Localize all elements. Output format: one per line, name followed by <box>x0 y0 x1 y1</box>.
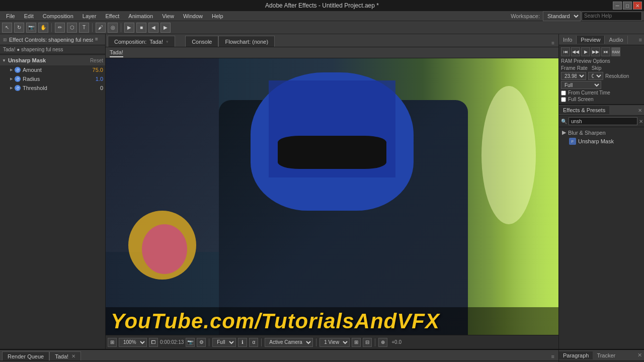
tool-clone[interactable]: ◎ <box>108 23 118 33</box>
menu-bar: File Edit Composition Layer Effect Anima… <box>0 11 644 21</box>
tool-pan[interactable]: ✋ <box>38 23 48 33</box>
effect-name: Unsharp Mask <box>8 57 88 63</box>
unsharp-mask-label: Unsharp Mask <box>578 138 614 144</box>
workspace-dropdown[interactable]: Standard <box>543 11 581 21</box>
prop-radius-value[interactable]: 1.0 <box>96 76 103 82</box>
bottom-right-tabs: Paragraph Tracker ✕ <box>559 350 644 361</box>
vp-toggle-btn[interactable]: ⧠ <box>149 338 158 347</box>
vp-grid-btn[interactable]: ⊞ <box>108 338 117 347</box>
prev-next-frame[interactable]: ▶▶ <box>591 47 600 56</box>
reset-button[interactable]: Reset <box>90 58 103 63</box>
prop-amount-value[interactable]: 75.0 <box>93 67 103 73</box>
menu-effect[interactable]: Effect <box>101 12 123 20</box>
render-queue-tab[interactable]: Render Queue <box>2 351 49 360</box>
timeline-panel-menu[interactable]: ≡ <box>549 352 556 360</box>
menu-file[interactable]: File <box>2 12 19 20</box>
skip-dropdown[interactable]: 0 <box>588 72 603 80</box>
maximize-button[interactable]: □ <box>623 2 632 10</box>
tool-select[interactable]: ↖ <box>2 23 12 33</box>
panel-menu-button[interactable]: ≡ <box>95 36 102 43</box>
tool-paint[interactable]: 🖌 <box>96 23 106 33</box>
vp-alpha-btn[interactable]: α <box>249 338 258 347</box>
menu-layer[interactable]: Layer <box>78 12 101 20</box>
sep1 <box>51 23 52 32</box>
tool-mask[interactable]: ⬡ <box>67 23 77 33</box>
view-dropdown[interactable]: 1 View <box>319 338 350 347</box>
full-screen-row: Full Screen <box>561 97 642 102</box>
ram-preview-options[interactable]: RAM Preview Options <box>561 58 642 64</box>
full-screen-checkbox[interactable] <box>561 97 566 102</box>
workspace-label: Workspace: <box>511 13 540 19</box>
sub-tab-tada[interactable]: Tada! <box>110 48 123 57</box>
unsharp-mask-item[interactable]: F Unsharp Mask <box>559 137 644 146</box>
vp-cam-btn[interactable]: 📷 <box>186 338 195 347</box>
tool-rotate[interactable]: ↻ <box>14 23 24 33</box>
main-area: ⊞ Effect Controls: shapening ful ness ≡ … <box>0 34 644 349</box>
menu-composition[interactable]: Composition <box>39 12 77 20</box>
paragraph-tab[interactable]: Paragraph <box>559 351 593 359</box>
camera-dropdown[interactable]: Active Camera <box>265 338 313 347</box>
menu-animation[interactable]: Animation <box>124 12 157 20</box>
tada-timeline-tab[interactable]: Tada! ✕ <box>49 351 81 360</box>
comp-panel-menu[interactable]: ≡ <box>549 39 556 47</box>
tab-info[interactable]: Info <box>559 36 577 44</box>
vp-layout2-btn[interactable]: ⊟ <box>363 338 372 347</box>
effect-header[interactable]: ▼ Unsharp Mask Reset <box>0 55 105 65</box>
tool-camera[interactable]: 📷 <box>26 23 36 33</box>
menu-edit[interactable]: Edit <box>20 12 38 20</box>
tab-audio[interactable]: Audio <box>605 36 627 44</box>
bottom-right-menu[interactable]: ✕ <box>635 351 644 359</box>
menu-window[interactable]: Window <box>179 12 207 20</box>
menu-view[interactable]: View <box>158 12 178 20</box>
comp-tab-console[interactable]: Console <box>185 36 218 47</box>
effects-panel-close[interactable]: ✕ <box>636 107 644 114</box>
tab-preview[interactable]: Preview <box>577 36 605 44</box>
prop-expand-icon: ▶ <box>10 68 13 72</box>
property-amount[interactable]: ▶ ⏱ Amount 75.0 <box>0 65 105 74</box>
vp-layout-btn[interactable]: ⊞ <box>352 338 361 347</box>
step-fwd[interactable]: ▶ <box>160 23 171 33</box>
stopwatch-icon-2: ⏱ <box>15 76 21 82</box>
from-current-label: From Current Time <box>568 90 610 96</box>
minimize-button[interactable]: ─ <box>613 2 622 10</box>
comp-tab-flowchart[interactable]: Flowchart: (none) <box>218 36 275 47</box>
right-panel-menu[interactable]: ≡ <box>637 36 644 44</box>
bottom-area: Render Queue Tada! ✕ ≡ 0:00:02:13 0001 (… <box>0 349 644 362</box>
play-btn[interactable]: ▶ <box>124 23 134 33</box>
stop-btn[interactable]: ■ <box>136 23 146 33</box>
prev-ram[interactable]: RAM <box>611 47 620 56</box>
vp-opt-btn[interactable]: ⚙ <box>197 338 206 347</box>
effects-presets-tab[interactable]: Effects & Presets <box>559 106 609 114</box>
close-button[interactable]: ✕ <box>633 2 642 10</box>
effect-controls-title: Effect Controls: shapening ful ness <box>9 37 93 43</box>
blur-sharpen-category[interactable]: ▶ Blur & Sharpen <box>559 128 644 137</box>
vp-snap-btn[interactable]: ⊕ <box>378 338 387 347</box>
prev-last-frame[interactable]: ⏭ <box>601 47 610 56</box>
property-radius[interactable]: ▶ ⏱ Radius 1.0 <box>0 74 105 83</box>
effects-search-input[interactable] <box>569 117 637 125</box>
property-threshold[interactable]: ▶ ⏱ Threshold 0 <box>0 83 105 93</box>
search-clear-button[interactable]: ✕ <box>639 119 643 124</box>
prev-prev-frame[interactable]: ◀◀ <box>571 47 580 56</box>
from-current-checkbox[interactable] <box>561 90 566 96</box>
effects-presets-panel: Effects & Presets ✕ 🔍 ✕ ▶ Blur & Sharpen… <box>559 105 644 349</box>
step-back[interactable]: ◀ <box>148 23 158 33</box>
search-input[interactable] <box>582 12 642 21</box>
zoom-dropdown[interactable]: 100% <box>119 338 147 347</box>
tada-tab-close[interactable]: ✕ <box>71 353 75 359</box>
tool-pen[interactable]: ✏ <box>55 23 65 33</box>
quality-dropdown[interactable]: Full <box>212 338 236 347</box>
frame-rate-dropdown[interactable]: 23.98 <box>561 72 586 80</box>
tool-text[interactable]: T <box>79 23 89 33</box>
toolbar: ↖ ↻ 📷 ✋ ✏ ⬡ T 🖌 ◎ ▶ ■ ◀ ▶ <box>0 21 644 34</box>
right-panel-tabs: Info Preview Audio ≡ <box>559 34 644 45</box>
prev-first-frame[interactable]: ⏮ <box>561 47 570 56</box>
effect-item-icon: F <box>569 138 576 145</box>
tracker-tab[interactable]: Tracker <box>593 351 619 359</box>
prev-play[interactable]: ▶ <box>581 47 590 56</box>
prop-threshold-value[interactable]: 0 <box>100 85 103 91</box>
resolution-dropdown[interactable]: Full <box>561 81 601 89</box>
menu-help[interactable]: Help <box>208 12 227 20</box>
comp-tab-render-queue[interactable]: Composition: Tada! ▾ <box>108 36 175 47</box>
vp-info-btn[interactable]: ℹ <box>238 338 247 347</box>
